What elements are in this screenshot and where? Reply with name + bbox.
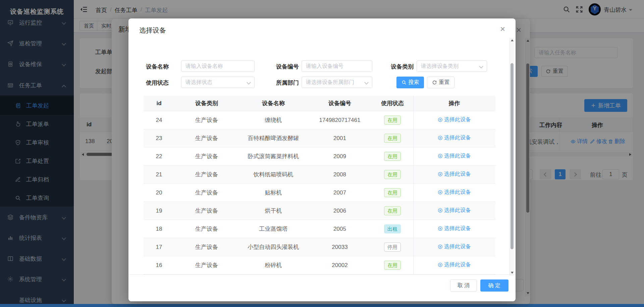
device-name-input[interactable]	[181, 60, 255, 72]
select-placeholder: 请选择设备所属部门	[306, 79, 354, 86]
select-device-label: 选择此设备	[444, 116, 471, 123]
status-badge: 在用	[384, 134, 401, 143]
link-icon	[438, 190, 443, 195]
link-icon	[438, 226, 443, 231]
select-device-link[interactable]: 选择此设备	[438, 189, 471, 196]
refresh-icon	[432, 80, 437, 85]
device-name-label: 设备名称	[139, 63, 169, 71]
cell-code: 2007	[308, 189, 372, 196]
select-device-modal: 选择设备 × 设备名称 设备编号 设备类别 请选择设备类别 使用状态 请选择状态…	[128, 18, 516, 301]
device-table-row: 16 生产设备 粉碎机 20002 在用 选择此设备	[144, 256, 495, 274]
modal-search-button[interactable]: 搜索	[396, 77, 424, 88]
select-device-link[interactable]: 选择此设备	[438, 116, 471, 123]
status-badge: 停用	[384, 243, 401, 252]
device-code-label: 设备编号	[264, 63, 299, 71]
cell-id: 18	[144, 226, 174, 232]
link-icon	[438, 117, 443, 122]
select-device-label: 选择此设备	[444, 171, 471, 178]
cell-category: 生产设备	[174, 261, 239, 269]
device-code-input[interactable]	[302, 60, 372, 72]
cell-code: 2008	[308, 171, 372, 178]
status-badge: 在用	[384, 116, 401, 125]
cell-id: 19	[144, 208, 174, 214]
status-badge: 在用	[384, 261, 401, 270]
select-device-link[interactable]: 选择此设备	[438, 207, 471, 214]
select-device-label: 选择此设备	[444, 152, 471, 160]
modal-search-label: 搜索	[409, 79, 419, 86]
usage-status-select[interactable]: 请选择状态	[181, 77, 255, 88]
chevron-down-icon	[479, 64, 483, 69]
department-label: 所属部门	[264, 79, 299, 87]
cancel-button[interactable]: 取 消	[450, 279, 477, 292]
cell-id: 23	[144, 135, 174, 142]
col-action: 操作	[413, 99, 495, 107]
modal-scrollbar[interactable]	[509, 38, 514, 276]
cell-category: 生产设备	[174, 243, 239, 251]
select-device-link[interactable]: 选择此设备	[438, 243, 471, 250]
cell-action: 选择此设备	[413, 207, 495, 215]
cell-status: 在用	[372, 170, 413, 179]
device-category-label: 设备类别	[384, 63, 414, 71]
link-icon	[438, 154, 443, 159]
modal-scroll-thumb[interactable]	[511, 63, 514, 249]
link-icon	[438, 262, 443, 267]
cell-category: 生产设备	[174, 207, 239, 215]
device-table-header: id 设备类别 设备名称 设备编号 使用状态 操作	[144, 96, 495, 111]
cell-name: 小型自动四头灌装机	[239, 243, 308, 251]
cell-category: 生产设备	[174, 116, 239, 124]
select-device-label: 选择此设备	[444, 243, 471, 250]
select-device-link[interactable]: 选择此设备	[438, 225, 471, 232]
link-icon	[438, 135, 443, 140]
device-table-row: 19 生产设备 烘干机 2006 在用 选择此设备	[144, 202, 495, 220]
col-code: 设备编号	[308, 99, 372, 107]
select-device-link[interactable]: 选择此设备	[438, 134, 471, 141]
status-badge: 在用	[384, 170, 401, 179]
cell-status: 在用	[372, 188, 413, 197]
select-device-link[interactable]: 选择此设备	[438, 171, 471, 178]
col-name: 设备名称	[239, 99, 308, 107]
confirm-button[interactable]: 确 定	[480, 279, 508, 292]
device-category-select[interactable]: 请选择设备类别	[417, 60, 487, 72]
col-id: id	[144, 100, 174, 107]
select-placeholder: 请选择状态	[185, 79, 212, 86]
scroll-up-arrow[interactable]	[511, 39, 514, 41]
device-table-row: 21 生产设备 饮料纸箱喷码机 2008 在用 选择此设备	[144, 166, 495, 184]
select-device-link[interactable]: 选择此设备	[438, 261, 471, 268]
chevron-down-icon	[364, 80, 369, 85]
cell-status: 出租	[372, 224, 413, 233]
cell-id: 17	[144, 244, 174, 251]
select-placeholder: 请选择设备类别	[421, 63, 459, 70]
cell-id: 21	[144, 171, 174, 178]
usage-status-label: 使用状态	[139, 79, 169, 87]
cell-action: 选择此设备	[413, 152, 495, 160]
col-status: 使用状态	[372, 99, 413, 107]
cell-name: 饮料纸箱喷码机	[239, 171, 308, 178]
modal-reset-label: 重置	[439, 79, 450, 86]
device-table: id 设备类别 设备名称 设备编号 使用状态 操作 24 生产设备 缠绕机 17…	[144, 96, 495, 274]
cell-action: 选择此设备	[413, 243, 495, 251]
modal-close-icon[interactable]: ×	[500, 25, 505, 33]
modal-reset-button[interactable]: 重置	[427, 77, 454, 88]
status-badge: 出租	[384, 224, 401, 233]
cell-id: 22	[144, 153, 174, 160]
cell-status: 在用	[372, 152, 413, 161]
cell-id: 24	[144, 117, 174, 124]
select-device-label: 选择此设备	[444, 207, 471, 214]
cell-category: 生产设备	[174, 189, 239, 196]
department-select[interactable]: 请选择设备所属部门	[302, 77, 372, 88]
cell-code: 2001	[308, 135, 372, 142]
modal-table-body: 24 生产设备 缠绕机 1749820717461 在用 选择此设备 23 生产…	[144, 111, 495, 274]
cell-code: 20002	[308, 262, 372, 269]
cell-category: 生产设备	[174, 225, 239, 233]
cell-status: 在用	[372, 206, 413, 215]
cell-name: 贴标机	[239, 189, 308, 196]
status-badge: 在用	[384, 206, 401, 215]
cell-name: 百特精酿啤酒发酵罐	[239, 134, 308, 142]
device-table-row: 22 生产设备 卧式滚筒酱菜拌料机 2009 在用 选择此设备	[144, 147, 495, 166]
link-icon	[438, 208, 443, 213]
footer-divider	[128, 274, 516, 275]
select-device-link[interactable]: 选择此设备	[438, 152, 471, 160]
chevron-down-icon	[247, 80, 251, 85]
scroll-down-arrow[interactable]	[511, 272, 514, 274]
cancel-label: 取 消	[458, 282, 470, 289]
